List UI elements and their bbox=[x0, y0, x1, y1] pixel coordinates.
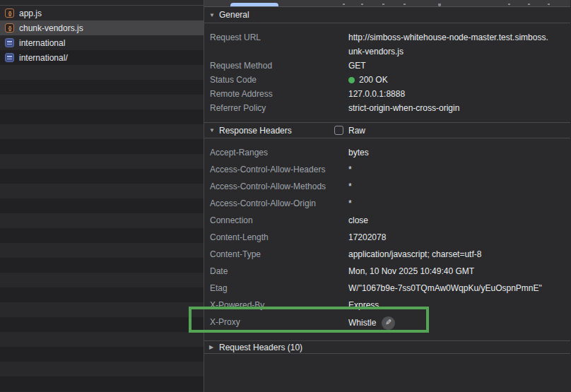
tab-label-remnant bbox=[508, 4, 510, 5]
network-request-sidebar: app.js chunk-vendors.js international in… bbox=[0, 0, 204, 392]
request-name: app.js bbox=[19, 8, 42, 18]
response-headers-section-body: Accept-Ranges bytes Access-Control-Allow… bbox=[204, 138, 570, 340]
headers-detail-panel: General Request URL http://simboss-white… bbox=[204, 0, 570, 392]
header-value: Express bbox=[348, 297, 570, 314]
header-value: close bbox=[348, 212, 570, 229]
header-value: Mon, 10 Nov 2025 10:49:40 GMT bbox=[348, 263, 570, 280]
header-row: Access-Control-Allow-Methods * bbox=[204, 178, 570, 195]
header-key: Etag bbox=[204, 280, 348, 297]
request-name: chunk-vendors.js bbox=[19, 23, 83, 33]
network-request-row[interactable]: app.js bbox=[0, 6, 204, 20]
header-value: http://simboss-whitehouse-node-master.te… bbox=[348, 30, 570, 59]
header-value-text: * bbox=[348, 195, 352, 212]
header-value-text: application/javascript; charset=utf-8 bbox=[348, 246, 481, 263]
header-value-text: http://simboss-whitehouse-node-master.te… bbox=[348, 30, 548, 59]
header-value: application/javascript; charset=utf-8 bbox=[348, 246, 570, 263]
header-row: Content-Type application/javascript; cha… bbox=[204, 246, 570, 263]
raw-toggle-group: Raw bbox=[334, 123, 365, 138]
header-value: Whistle bbox=[348, 314, 570, 332]
file-type-icon bbox=[5, 38, 14, 47]
devtools-network-panel: app.js chunk-vendors.js international in… bbox=[0, 0, 571, 392]
header-value-text: 127.0.0.1:8888 bbox=[348, 87, 405, 101]
header-key: Remote Address bbox=[204, 87, 348, 101]
header-key: Request URL bbox=[204, 30, 348, 44]
selected-tab-indicator[interactable] bbox=[230, 3, 278, 6]
raw-checkbox[interactable] bbox=[334, 126, 343, 135]
header-key: Access-Control-Allow-Methods bbox=[204, 178, 348, 195]
header-row: X-Powered-By Express bbox=[204, 297, 570, 314]
header-key: Referrer Policy bbox=[204, 101, 348, 115]
expand-triangle-icon bbox=[209, 344, 219, 350]
request-headers-section-header[interactable]: Request Headers (10) bbox=[204, 340, 570, 354]
header-value-text: GET bbox=[348, 59, 366, 73]
status-ok-dot bbox=[348, 77, 355, 83]
header-row: X-Proxy Whistle bbox=[204, 314, 570, 332]
header-row: Access-Control-Allow-Headers * bbox=[204, 161, 570, 178]
header-value-text: Express bbox=[348, 297, 379, 314]
header-key: Connection bbox=[204, 212, 348, 229]
header-value: GET bbox=[348, 59, 570, 73]
tab-label-remnant bbox=[548, 4, 550, 5]
sidebar-top-strip bbox=[0, 0, 204, 6]
file-type-icon bbox=[5, 53, 14, 62]
header-value: strict-origin-when-cross-origin bbox=[348, 101, 570, 115]
file-type-icon bbox=[5, 23, 14, 32]
tab-label-remnant bbox=[361, 4, 363, 5]
header-key: X-Proxy bbox=[204, 314, 348, 331]
header-value: W/"1067b9e-7ss0TQmAw0WqpKu/yEuOspnPmnE" bbox=[348, 280, 570, 297]
header-value: 127.0.0.1:8888 bbox=[348, 87, 570, 101]
header-key: Request Method bbox=[204, 59, 348, 73]
header-key: Accept-Ranges bbox=[204, 144, 348, 161]
header-key: X-Powered-By bbox=[204, 297, 348, 314]
header-value-text: 17202078 bbox=[348, 229, 386, 246]
header-row: Remote Address 127.0.0.1:8888 bbox=[204, 87, 570, 101]
section-title: Response Headers bbox=[219, 126, 292, 136]
header-value-text: Whistle bbox=[348, 314, 376, 332]
header-key: Access-Control-Allow-Headers bbox=[204, 161, 348, 178]
request-name: international/ bbox=[19, 53, 68, 63]
header-value-text: W/"1067b9e-7ss0TQmAw0WqpKu/yEuOspnPmnE" bbox=[348, 280, 542, 297]
header-value: * bbox=[348, 161, 570, 178]
edit-header-pencil-button[interactable] bbox=[382, 316, 395, 330]
tab-label-remnant bbox=[404, 4, 406, 5]
header-row: Content-Length 17202078 bbox=[204, 229, 570, 246]
tab-label-remnant bbox=[438, 4, 441, 6]
header-key: Content-Type bbox=[204, 246, 348, 263]
detail-tabstrip bbox=[204, 0, 570, 7]
collapse-triangle-icon bbox=[209, 12, 219, 18]
response-headers-section-header[interactable]: Response Headers Raw bbox=[204, 122, 570, 138]
header-value-text: bytes bbox=[348, 144, 369, 161]
header-value: 200 OK bbox=[348, 73, 570, 87]
network-request-list: app.js chunk-vendors.js international in… bbox=[0, 6, 204, 392]
general-section-header[interactable]: General bbox=[204, 7, 570, 23]
tab-label-remnant bbox=[382, 4, 384, 5]
raw-checkbox-label: Raw bbox=[348, 126, 365, 136]
header-value: * bbox=[348, 195, 570, 212]
header-row: Accept-Ranges bytes bbox=[204, 144, 570, 161]
header-value-text: Mon, 10 Nov 2025 10:49:40 GMT bbox=[348, 263, 474, 280]
network-request-row[interactable]: international bbox=[0, 35, 204, 50]
tab-label-remnant bbox=[343, 4, 345, 5]
section-title: Request Headers (10) bbox=[219, 343, 302, 352]
header-value-text: * bbox=[348, 178, 352, 195]
header-key: Date bbox=[204, 263, 348, 280]
header-value: bytes bbox=[348, 144, 570, 161]
header-row: Request Method GET bbox=[204, 59, 570, 73]
file-type-icon bbox=[5, 8, 14, 18]
header-row: Request URL http://simboss-whitehouse-no… bbox=[204, 30, 570, 59]
network-request-row[interactable]: international/ bbox=[0, 50, 204, 65]
network-request-row[interactable]: chunk-vendors.js bbox=[0, 20, 204, 35]
collapse-triangle-icon bbox=[209, 127, 219, 133]
header-row: Access-Control-Allow-Origin * bbox=[204, 195, 570, 212]
section-title: General bbox=[219, 10, 249, 20]
header-row: Referrer Policy strict-origin-when-cross… bbox=[204, 101, 570, 115]
header-row: Connection close bbox=[204, 212, 570, 229]
header-key: Content-Length bbox=[204, 229, 348, 246]
header-value: * bbox=[348, 178, 570, 195]
request-name: international bbox=[19, 38, 65, 48]
header-row: Etag W/"1067b9e-7ss0TQmAw0WqpKu/yEuOspnP… bbox=[204, 280, 570, 297]
header-value-text: 200 OK bbox=[359, 73, 388, 87]
header-value: 17202078 bbox=[348, 229, 570, 246]
header-value-text: strict-origin-when-cross-origin bbox=[348, 101, 459, 115]
header-value-text: * bbox=[348, 161, 352, 178]
